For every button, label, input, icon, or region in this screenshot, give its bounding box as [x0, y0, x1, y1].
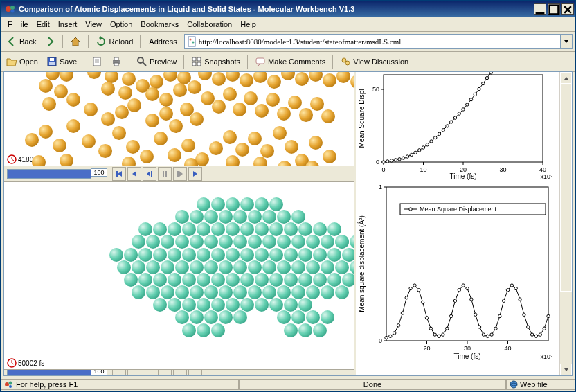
step-back-button[interactable]: [127, 167, 141, 181]
menu-insert[interactable]: Insert: [54, 19, 82, 30]
svg-point-93: [397, 324, 399, 327]
close-button[interactable]: [561, 3, 574, 15]
svg-rect-26: [163, 171, 164, 177]
menu-bookmarks[interactable]: Bookmarks: [136, 19, 183, 30]
vertical-scrollbar[interactable]: [559, 72, 572, 375]
reload-button[interactable]: Reload: [93, 35, 136, 48]
play-back-button[interactable]: [143, 167, 156, 181]
address-dropdown[interactable]: [561, 34, 573, 49]
svg-point-103: [438, 335, 440, 337]
step-forward-button[interactable]: [188, 167, 202, 181]
svg-point-65: [462, 108, 465, 111]
svg-point-104: [442, 333, 444, 336]
svg-rect-13: [114, 57, 118, 60]
simulation-solid[interactable]: 50002 fs: [4, 182, 354, 369]
svg-point-128: [539, 333, 541, 336]
menu-file[interactable]: File: [3, 19, 33, 30]
pause-button[interactable]: [158, 167, 172, 181]
svg-point-55: [422, 146, 424, 149]
svg-point-72: [489, 72, 492, 74]
svg-point-122: [514, 287, 517, 289]
scroll-up-button[interactable]: [560, 72, 572, 84]
svg-point-115: [486, 335, 489, 337]
back-button[interactable]: Back: [3, 35, 39, 48]
sim-liquid-controls: 100: [4, 166, 354, 182]
svg-rect-20: [256, 58, 264, 64]
svg-point-62: [450, 121, 453, 123]
rewind-button[interactable]: [112, 167, 126, 181]
svg-point-118: [498, 314, 501, 317]
scroll-thumb[interactable]: [560, 84, 572, 292]
svg-point-97: [413, 284, 416, 287]
status-help: For help, press F1: [1, 379, 239, 390]
svg-point-108: [458, 289, 460, 292]
page-setup-button[interactable]: [89, 55, 105, 69]
svg-point-111: [470, 298, 473, 301]
scroll-down-button[interactable]: [560, 364, 572, 375]
svg-point-100: [425, 317, 428, 319]
rewind-button[interactable]: [112, 369, 126, 375]
svg-rect-25: [151, 171, 152, 177]
speed-slider[interactable]: 100: [7, 169, 91, 179]
svg-point-117: [494, 327, 497, 330]
view-discussion-button[interactable]: View Discussion: [337, 55, 411, 69]
svg-text:1: 1: [379, 184, 382, 190]
svg-point-101: [429, 327, 432, 330]
clock-readout: 50002 fs: [7, 358, 44, 368]
svg-point-60: [442, 129, 444, 132]
pause-button[interactable]: [158, 369, 172, 375]
svg-text:Time (fs): Time (fs): [453, 353, 480, 360]
svg-point-59: [438, 132, 440, 135]
svg-point-125: [527, 326, 530, 328]
svg-point-90: [385, 336, 388, 339]
svg-point-51: [406, 155, 408, 158]
address-input[interactable]: [199, 37, 560, 46]
minimize-button[interactable]: [534, 3, 546, 15]
separator: [140, 35, 141, 48]
svg-point-1: [10, 6, 15, 10]
menu-collaboration[interactable]: Collaboration: [183, 19, 236, 30]
svg-point-71: [485, 76, 488, 79]
menu-help[interactable]: Help: [236, 19, 260, 30]
preview-button[interactable]: Preview: [134, 55, 179, 69]
save-button[interactable]: Save: [44, 55, 80, 69]
menu-edit[interactable]: Edit: [33, 19, 54, 30]
svg-rect-11: [93, 57, 100, 66]
address-field[interactable]: [184, 34, 561, 49]
svg-text:x10³: x10³: [540, 353, 552, 360]
svg-point-45: [382, 161, 385, 163]
svg-point-49: [398, 158, 401, 161]
play-button[interactable]: [173, 167, 187, 181]
svg-point-69: [478, 87, 480, 90]
svg-rect-16: [192, 57, 196, 61]
snapshots-button[interactable]: Snapshots: [188, 55, 243, 69]
svg-point-66: [466, 103, 469, 106]
forward-button[interactable]: [42, 35, 58, 48]
page-icon: [186, 36, 197, 47]
svg-point-2: [11, 10, 15, 13]
menu-option[interactable]: Option: [106, 19, 136, 30]
maximize-button[interactable]: [548, 3, 560, 15]
svg-point-91: [389, 335, 392, 337]
window-title: Comparison of Atomic Displacements in Li…: [19, 5, 532, 13]
print-button[interactable]: [108, 55, 125, 69]
open-button[interactable]: Open: [3, 55, 41, 69]
step-forward-button[interactable]: [188, 369, 202, 375]
svg-rect-17: [197, 57, 201, 61]
chart-solid-msd[interactable]: 20304001Time (fs)x10³Mean square displac…: [356, 181, 560, 375]
play-button[interactable]: [173, 369, 187, 375]
simulation-liquid[interactable]: 41802 fs: [4, 72, 354, 166]
menu-view[interactable]: View: [81, 19, 106, 30]
step-back-button[interactable]: [127, 369, 141, 375]
speed-slider[interactable]: 100: [7, 369, 91, 375]
make-comments-button[interactable]: Make Comments: [252, 55, 328, 69]
svg-point-58: [434, 136, 437, 139]
svg-point-92: [393, 332, 396, 335]
svg-text:0: 0: [381, 166, 385, 173]
svg-point-50: [402, 157, 405, 159]
home-button[interactable]: [67, 35, 84, 48]
svg-rect-27: [165, 171, 167, 177]
svg-point-99: [421, 301, 424, 303]
play-back-button[interactable]: [143, 369, 156, 375]
chart-liquid-msd[interactable]: 010203040050Time (fs)x10³Mean Square Dis…: [356, 72, 560, 181]
